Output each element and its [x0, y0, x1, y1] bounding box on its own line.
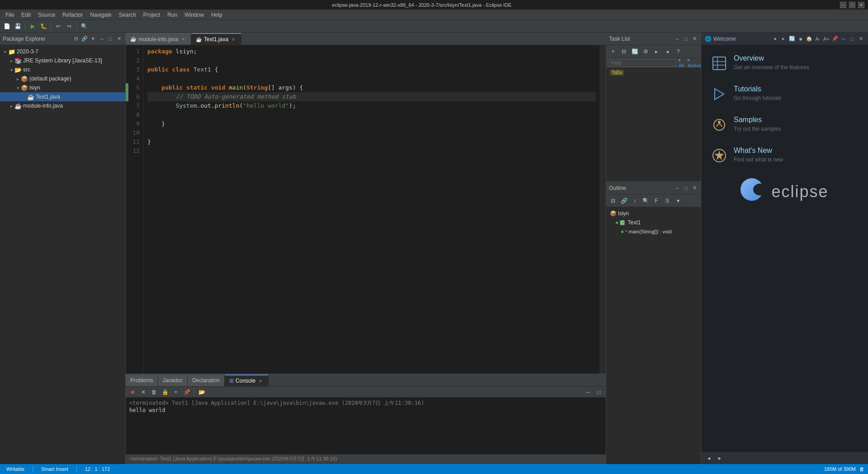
tab-problems[interactable]: Problems: [126, 374, 158, 386]
welcome-item-tutorials[interactable]: Tutorials Go through tutorials: [710, 85, 859, 103]
tab-close-module[interactable]: ✕: [180, 36, 186, 43]
menu-search[interactable]: Search: [115, 11, 140, 19]
console-scroll-lock-btn[interactable]: 🔒: [160, 387, 170, 397]
status-memory[interactable]: 185M of 390M: [824, 466, 856, 472]
tree-item-default-package[interactable]: ▸ 📦 (default package): [0, 74, 125, 83]
menu-source[interactable]: Source: [34, 11, 59, 19]
console-terminate-btn[interactable]: ■: [127, 387, 137, 397]
task-back-btn[interactable]: ◂: [662, 47, 672, 57]
welcome-maximize-icon[interactable]: □: [849, 35, 856, 43]
search-button[interactable]: 🔍: [79, 21, 89, 31]
undo-button[interactable]: ↩: [53, 21, 63, 31]
outline-minimize-icon[interactable]: ─: [674, 185, 681, 192]
tab-javadoc[interactable]: Javadoc: [158, 374, 188, 386]
tab-text1[interactable]: ☕ Text1.java ✕: [191, 33, 241, 45]
tree-item-jre[interactable]: ▸ 📚 JRE System Library [JavaSE-13]: [0, 56, 125, 65]
run-button toolbar-green[interactable]: ▶: [28, 21, 38, 31]
welcome-font-decrease-icon[interactable]: A-: [814, 35, 821, 43]
maximize-button[interactable]: □: [849, 2, 855, 8]
menu-project[interactable]: Project: [140, 11, 164, 19]
welcome-forward-icon[interactable]: ▸: [780, 35, 787, 43]
view-menu-icon[interactable]: ▾: [90, 35, 97, 43]
editor-area[interactable]: 1 2 3 4 5 6 7 8 9 10 11 12 p: [126, 45, 606, 374]
menu-edit[interactable]: Edit: [18, 11, 34, 19]
welcome-minimize-icon[interactable]: ─: [840, 35, 847, 43]
todo-item[interactable]: ToDo: [606, 68, 701, 77]
welcome-back-icon[interactable]: ◂: [771, 35, 778, 43]
tree-item-root[interactable]: ▾ 📁 2020-3-7: [0, 47, 125, 56]
welcome-close-icon[interactable]: ✕: [857, 35, 864, 43]
task-close-icon[interactable]: ✕: [691, 35, 698, 43]
code-editor[interactable]: package lsiyn; public class Text1 { publ…: [144, 45, 599, 374]
save-button[interactable]: 💾: [13, 21, 23, 31]
welcome-refresh-icon[interactable]: 🔄: [788, 35, 796, 43]
welcome-bottom-btn1[interactable]: ◂: [704, 453, 714, 463]
welcome-item-whats-new[interactable]: What's New Find out what is new: [710, 147, 859, 165]
console-clear-btn[interactable]: 🗑: [149, 387, 159, 397]
menu-window[interactable]: Window: [181, 11, 208, 19]
menu-file[interactable]: File: [2, 11, 18, 19]
outline-lsiyn[interactable]: 📦 lsiyn: [608, 209, 699, 218]
tree-item-lsiyn[interactable]: ▾ 📦 lsiyn: [0, 83, 125, 92]
outline-collapse-btn[interactable]: ⊟: [608, 196, 618, 206]
find-input[interactable]: [609, 59, 676, 67]
maximize-panel-icon[interactable]: □: [107, 35, 114, 43]
outline-filter-btn[interactable]: 🔍: [641, 196, 651, 206]
outline-sort-btn[interactable]: ↕: [630, 196, 640, 206]
status-gc-icon[interactable]: 🗑: [859, 466, 864, 472]
outline-menu-btn[interactable]: ▾: [673, 196, 683, 206]
tree-item-text1[interactable]: ☕ Text1.java: [0, 92, 125, 101]
welcome-bottom-btn2[interactable]: ▸: [715, 453, 725, 463]
outline-close-icon[interactable]: ✕: [691, 185, 698, 192]
collapse-all-icon[interactable]: ⊟: [72, 35, 80, 43]
task-refresh-btn[interactable]: 🔄: [630, 47, 640, 57]
task-maximize-icon[interactable]: □: [682, 35, 689, 43]
menu-help[interactable]: Help: [208, 11, 226, 19]
task-help-btn[interactable]: ?: [673, 47, 683, 57]
task-forward-btn[interactable]: ▸: [651, 47, 661, 57]
tab-close-text1[interactable]: ✕: [230, 36, 236, 43]
new-button[interactable]: 📄: [2, 21, 12, 31]
minimize-button[interactable]: ─: [840, 2, 846, 8]
task-add-btn[interactable]: +: [608, 47, 618, 57]
tab-declaration[interactable]: Declaration: [188, 374, 225, 386]
tree-item-moduleinfo[interactable]: ▸ ☕ module-info.java: [0, 101, 125, 110]
close-button[interactable]: ✕: [858, 2, 864, 8]
outline-hide-static-btn[interactable]: S: [662, 196, 672, 206]
outline-maximize-icon[interactable]: □: [682, 185, 689, 192]
debug-button[interactable]: 🐛: [38, 21, 48, 31]
outline-main[interactable]: ● ˢ main(String[]) : void: [608, 227, 699, 236]
console-new-btn[interactable]: +: [171, 387, 181, 397]
outline-link-btn[interactable]: 🔗: [619, 196, 629, 206]
console-tab-close[interactable]: ✕: [257, 378, 264, 384]
task-settings-btn[interactable]: ⚙: [641, 47, 651, 57]
outline-text1[interactable]: ● C Text1: [608, 218, 699, 227]
close-panel-icon[interactable]: ✕: [115, 35, 123, 43]
link-editor-icon[interactable]: 🔗: [81, 35, 88, 43]
minimize-panel-icon[interactable]: ─: [98, 35, 105, 43]
console-remove-btn[interactable]: ✕: [138, 387, 148, 397]
task-minimize-icon[interactable]: ─: [674, 35, 681, 43]
menu-navigate[interactable]: Navigate: [86, 11, 115, 19]
welcome-item-samples[interactable]: Samples Try out the samples: [710, 116, 859, 134]
task-collapse-btn[interactable]: ⊟: [619, 47, 629, 57]
filter-all-btn[interactable]: ▸ All: [678, 57, 685, 68]
console-minimize-btn[interactable]: ─: [583, 387, 593, 397]
welcome-home-icon[interactable]: 🏠: [806, 35, 813, 43]
console-pin-btn[interactable]: 📌: [182, 387, 192, 397]
welcome-stop-icon[interactable]: ■: [797, 35, 804, 43]
redo-button[interactable]: ↪: [64, 21, 74, 31]
menu-run[interactable]: Run: [164, 11, 181, 19]
outline-hide-fields-btn[interactable]: F: [651, 196, 661, 206]
tree-item-src[interactable]: ▾ 📂 src: [0, 65, 125, 74]
tab-console[interactable]: ⊞ Console ✕: [225, 374, 269, 386]
welcome-item-overview[interactable]: Overview Get an overview of the features: [710, 54, 859, 72]
menu-refactor[interactable]: Refactor: [59, 11, 86, 19]
console-maximize-btn[interactable]: □: [594, 387, 604, 397]
tab-module-info[interactable]: ☕ module-info.java ✕: [126, 33, 191, 45]
console-open-file-btn[interactable]: 📂: [197, 387, 207, 397]
welcome-pin-icon[interactable]: 📌: [831, 35, 839, 43]
welcome-font-increase-icon[interactable]: A+: [823, 35, 830, 43]
console-content[interactable]: <terminated> Text1 [Java Application] E:…: [126, 398, 606, 454]
editor-scrollbar[interactable]: [599, 45, 606, 374]
